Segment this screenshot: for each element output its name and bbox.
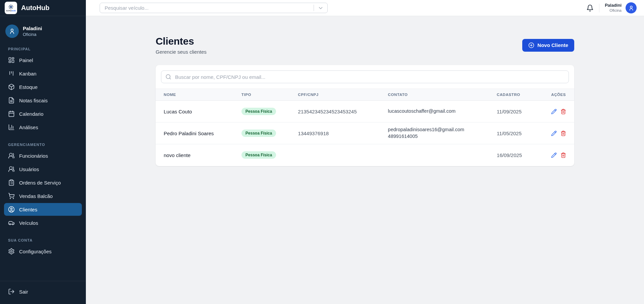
column-header-contato: Contato (388, 89, 497, 101)
client-contact: pedropaladinisoares16@gmail.com489916140… (388, 122, 497, 144)
delete-client-button[interactable] (560, 109, 566, 114)
document-icon (8, 97, 15, 104)
clipboard-icon (8, 179, 15, 186)
kanban-icon (8, 70, 15, 77)
sidebar-item-label: Funcionários (19, 153, 48, 159)
profile-avatar (5, 24, 19, 38)
chevron-down-icon (318, 5, 324, 11)
clients-table: NomeTipoCPF/CNPJContatoCadastroAções Luc… (156, 89, 574, 166)
sidebar-item-label: Painel (19, 57, 33, 63)
sidebar-item-notas-fiscais[interactable]: Notas fiscais (4, 94, 82, 107)
column-header-cpf-cnpj: CPF/CNPJ (298, 89, 388, 101)
topbar-user-info: Paladini Oficina (605, 3, 622, 13)
delete-client-button[interactable] (560, 131, 566, 136)
client-contact-line: 48991614005 (388, 133, 493, 140)
gear-chart-icon (8, 4, 14, 10)
sidebar-item-label: Configurações (19, 249, 52, 254)
sidebar-item-configuracoes[interactable]: Configurações (4, 245, 82, 258)
topbar-divider (599, 4, 599, 12)
user-icon (628, 5, 634, 11)
edit-client-button[interactable] (551, 109, 557, 114)
sidebar-item-estoque[interactable]: Estoque (4, 81, 82, 93)
sidebar-item-funcionarios[interactable]: Funcionários (4, 149, 82, 162)
client-registration-date: 11/09/2025 (497, 101, 551, 122)
sidebar-item-label: Notas fiscais (19, 98, 48, 103)
nav-section-label-sua-conta: SUA CONTA (8, 238, 78, 242)
client-cpf-cnpj (298, 144, 388, 166)
app-logo: AUTOHUB (5, 2, 17, 14)
notifications-button[interactable] (586, 4, 594, 12)
package-icon (8, 84, 15, 90)
new-client-button[interactable]: Novo Cliente (522, 39, 574, 52)
sidebar-header: AUTOHUB AutoHub (0, 0, 86, 16)
sidebar-item-analises[interactable]: Análises (4, 121, 82, 134)
nav-section-label-gerenciamento: GERENCIAMENTO (8, 143, 78, 147)
client-name: Lucas Couto (156, 101, 241, 122)
client-registration-date: 16/09/2025 (497, 144, 551, 166)
plus-circle-icon (528, 42, 534, 48)
search-icon (165, 74, 171, 80)
cart-icon (8, 193, 15, 199)
chart-icon (8, 124, 15, 131)
logo-wordmark: AUTOHUB (6, 10, 16, 12)
page-heading-group: Clientes Gerencie seus clientes (156, 36, 207, 55)
sidebar-item-painel[interactable]: Painel (4, 54, 82, 66)
topbar-avatar[interactable] (626, 2, 637, 13)
column-header-acoes: Ações (551, 89, 574, 101)
sidebar-item-label: Estoque (19, 84, 38, 90)
client-contact-line: lucascoutoschaffer@gmail.com (388, 108, 493, 115)
client-type-badge: Pessoa Física (241, 108, 276, 115)
sidebar-item-kanban[interactable]: Kanban (4, 67, 82, 80)
app-title: AutoHub (21, 4, 49, 12)
page-subtitle: Gerencie seus clientes (156, 49, 207, 55)
column-header-nome: Nome (156, 89, 241, 101)
client-type: Pessoa Física (241, 122, 298, 144)
edit-client-button[interactable] (551, 131, 557, 136)
car-icon (8, 219, 15, 226)
page-header: Clientes Gerencie seus clientes Novo Cli… (156, 36, 574, 55)
client-actions (551, 144, 574, 166)
new-client-label: Novo Cliente (537, 42, 568, 48)
sidebar-item-label: Vendas Balcão (19, 193, 53, 199)
trash-icon (560, 131, 566, 136)
sidebar-item-clientes[interactable]: Clientes (4, 203, 82, 216)
user-icon (9, 28, 15, 35)
vehicle-search-dropdown-button[interactable] (314, 3, 327, 13)
pencil-icon (551, 109, 557, 114)
table-row: Lucas CoutoPessoa Física2135423452345234… (156, 101, 574, 122)
delete-client-button[interactable] (560, 152, 566, 158)
trash-icon (560, 109, 566, 114)
page-title: Clientes (156, 36, 207, 47)
table-row: novo clientePessoa Física16/09/2025 (156, 144, 574, 166)
topbar-user-role: Oficina (605, 8, 622, 13)
sidebar-item-sair[interactable]: Sair (4, 285, 82, 298)
nav-section-label-principal: PRINCIPAL (8, 47, 78, 51)
actions-group (551, 109, 571, 114)
client-search-input[interactable] (161, 70, 569, 83)
sidebar: AUTOHUB AutoHub Paladini Oficina PRINCIP… (0, 0, 86, 304)
sidebar-item-calendario[interactable]: Calendario (4, 107, 82, 120)
clients-card: NomeTipoCPF/CNPJContatoCadastroAções Luc… (156, 65, 574, 166)
table-row: Pedro Paladini SoaresPessoa Física134493… (156, 122, 574, 144)
client-type: Pessoa Física (241, 101, 298, 122)
sidebar-item-label: Ordens de Serviço (19, 180, 61, 186)
main-content: Clientes Gerencie seus clientes Novo Cli… (86, 16, 644, 304)
pencil-icon (551, 152, 557, 158)
user-circle-icon (8, 206, 15, 213)
edit-client-button[interactable] (551, 152, 557, 158)
logout-icon (8, 288, 15, 295)
dashboard-icon (8, 57, 15, 63)
sidebar-item-veiculos[interactable]: Veículos (4, 216, 82, 229)
client-type-badge: Pessoa Física (241, 130, 276, 137)
client-search (156, 65, 574, 89)
pencil-icon (551, 131, 557, 136)
sidebar-item-ordens-de-servico[interactable]: Ordens de Serviço (4, 176, 82, 189)
profile-name: Paladini (23, 26, 42, 31)
sidebar-item-label: Calendario (19, 111, 44, 117)
vehicle-search-input[interactable] (100, 5, 314, 11)
sidebar-item-usuarios[interactable]: Usuários (4, 163, 82, 175)
bell-icon (586, 4, 594, 12)
sidebar-item-vendas-balcao[interactable]: Vendas Balcão (4, 190, 82, 202)
profile-info: Paladini Oficina (23, 26, 42, 37)
users-icon (8, 166, 15, 172)
